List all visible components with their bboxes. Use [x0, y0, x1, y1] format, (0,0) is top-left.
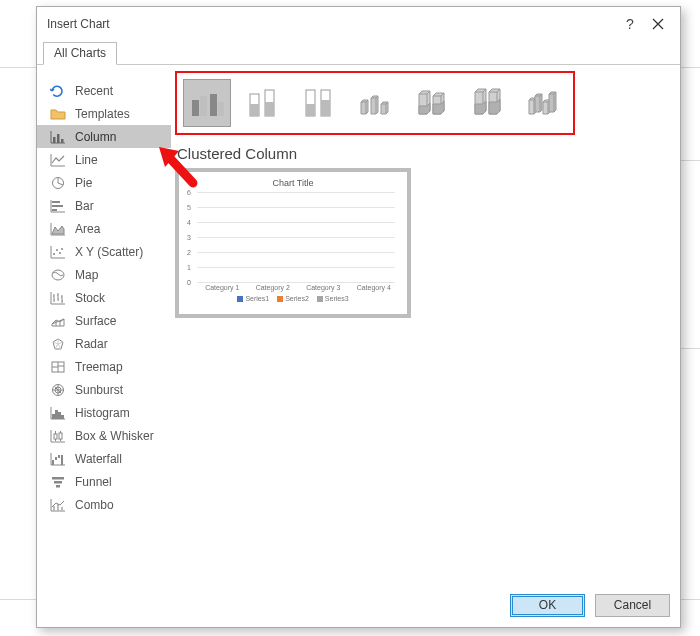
sidebar-item-column[interactable]: Column	[37, 125, 171, 148]
box-whisker-icon	[49, 428, 67, 444]
ok-button[interactable]: OK	[510, 594, 585, 617]
svg-rect-32	[200, 96, 207, 116]
sidebar-item-line[interactable]: Line	[37, 148, 171, 171]
help-button[interactable]: ?	[616, 10, 644, 38]
sidebar-item-surface[interactable]: Surface	[37, 309, 171, 332]
sidebar-item-recent[interactable]: Recent	[37, 79, 171, 102]
svg-rect-0	[53, 137, 56, 143]
close-button[interactable]	[644, 10, 672, 38]
chart-subtype-row	[175, 71, 575, 135]
sidebar-item-box-whisker[interactable]: Box & Whisker	[37, 424, 171, 447]
subtype-stacked-column[interactable]	[239, 79, 287, 127]
svg-rect-28	[53, 506, 55, 511]
sidebar-item-waterfall[interactable]: Waterfall	[37, 447, 171, 470]
sidebar-item-label: Templates	[75, 107, 130, 121]
sidebar-item-map[interactable]: Map	[37, 263, 171, 286]
3d-clustered-icon	[357, 88, 393, 118]
sidebar-item-label: Waterfall	[75, 452, 122, 466]
pie-chart-icon	[49, 175, 67, 191]
chart-x-labels: Category 1Category 2Category 3Category 4	[197, 284, 399, 291]
svg-rect-18	[61, 415, 64, 419]
sidebar-item-xy-scatter[interactable]: X Y (Scatter)	[37, 240, 171, 263]
sidebar-item-label: Pie	[75, 176, 92, 190]
clustered-column-icon	[189, 88, 225, 118]
chart-title: Chart Title	[187, 178, 399, 188]
subtype-3d-clustered-column[interactable]	[351, 79, 399, 127]
sidebar-item-label: Recent	[75, 84, 113, 98]
3d-100stacked-icon	[469, 88, 505, 118]
svg-rect-33	[210, 94, 217, 116]
subtype-clustered-column[interactable]	[183, 79, 231, 127]
combo-chart-icon	[49, 497, 67, 513]
svg-rect-42	[321, 100, 330, 116]
svg-rect-24	[61, 455, 63, 465]
sidebar-item-radar[interactable]: Radar	[37, 332, 171, 355]
sidebar-item-label: Area	[75, 222, 100, 236]
bar-chart-icon	[49, 198, 67, 214]
folder-icon	[49, 106, 67, 122]
sidebar-item-label: Sunburst	[75, 383, 123, 397]
stacked-column-icon	[245, 88, 281, 118]
subtype-100-stacked-column[interactable]	[295, 79, 343, 127]
100stacked-column-icon	[301, 88, 337, 118]
subtype-3d-stacked-column[interactable]	[407, 79, 455, 127]
map-chart-icon	[49, 267, 67, 283]
sidebar-item-area[interactable]: Area	[37, 217, 171, 240]
sidebar-item-bar[interactable]: Bar	[37, 194, 171, 217]
sidebar-item-sunburst[interactable]: Sunburst	[37, 378, 171, 401]
svg-rect-40	[306, 104, 315, 116]
sidebar-item-funnel[interactable]: Funnel	[37, 470, 171, 493]
sidebar-item-label: Combo	[75, 498, 114, 512]
svg-rect-16	[55, 410, 58, 419]
titlebar: Insert Chart ?	[37, 7, 680, 41]
subtype-3d-column[interactable]	[519, 79, 567, 127]
chart-preview[interactable]: Chart Title 0123456 Category 1Category 2…	[175, 168, 411, 318]
svg-rect-36	[250, 104, 259, 116]
sidebar-item-label: Box & Whisker	[75, 429, 154, 443]
svg-rect-22	[55, 457, 57, 460]
sidebar-item-histogram[interactable]: Histogram	[37, 401, 171, 424]
sidebar-item-label: Line	[75, 153, 98, 167]
sidebar-item-label: Stock	[75, 291, 105, 305]
scatter-chart-icon	[49, 244, 67, 260]
chart-subtype-title: Clustered Column	[177, 145, 674, 162]
svg-point-11	[52, 270, 64, 280]
stock-chart-icon	[49, 290, 67, 306]
chart-category-sidebar: Recent Templates Column Line Pie Bar	[37, 65, 171, 583]
sidebar-item-combo[interactable]: Combo	[37, 493, 171, 516]
svg-rect-5	[52, 205, 63, 207]
sidebar-item-stock[interactable]: Stock	[37, 286, 171, 309]
dialog-footer: OK Cancel	[37, 583, 680, 627]
sidebar-item-label: Surface	[75, 314, 116, 328]
dialog-title: Insert Chart	[47, 17, 616, 31]
tab-all-charts[interactable]: All Charts	[43, 42, 117, 65]
sidebar-item-label: Bar	[75, 199, 94, 213]
waterfall-chart-icon	[49, 451, 67, 467]
sidebar-item-label: X Y (Scatter)	[75, 245, 143, 259]
svg-rect-2	[61, 139, 64, 143]
svg-rect-30	[61, 507, 63, 511]
radar-chart-icon	[49, 336, 67, 352]
recent-icon	[49, 83, 67, 99]
main-panel: Clustered Column Chart Title 0123456 Cat…	[171, 65, 680, 583]
line-chart-icon	[49, 152, 67, 168]
chart-legend: Series1Series2Series3	[187, 295, 399, 302]
sidebar-item-label: Map	[75, 268, 98, 282]
treemap-chart-icon	[49, 359, 67, 375]
svg-point-8	[56, 249, 58, 251]
sunburst-chart-icon	[49, 382, 67, 398]
histogram-chart-icon	[49, 405, 67, 421]
sidebar-item-pie[interactable]: Pie	[37, 171, 171, 194]
svg-rect-6	[52, 209, 57, 211]
subtype-3d-100-stacked-column[interactable]	[463, 79, 511, 127]
tabstrip: All Charts	[37, 41, 680, 65]
surface-chart-icon	[49, 313, 67, 329]
sidebar-item-label: Column	[75, 130, 116, 144]
cancel-button[interactable]: Cancel	[595, 594, 670, 617]
sidebar-item-templates[interactable]: Templates	[37, 102, 171, 125]
chart-plot-area: 0123456	[197, 192, 395, 282]
3d-stacked-icon	[413, 88, 449, 118]
svg-rect-4	[52, 201, 60, 203]
svg-rect-25	[52, 477, 64, 480]
sidebar-item-treemap[interactable]: Treemap	[37, 355, 171, 378]
